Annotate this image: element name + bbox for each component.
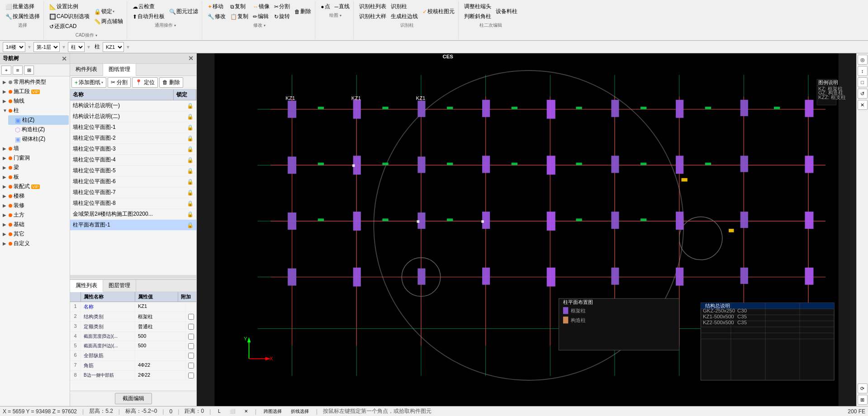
restore-cad-btn[interactable]: ↺还原CAD bbox=[47, 22, 91, 31]
prop-check-7[interactable] bbox=[188, 363, 194, 369]
recognize-detail-btn[interactable]: 识别柱大样 bbox=[357, 12, 388, 21]
tree-item-custom[interactable]: ▶ 自定义 bbox=[1, 239, 69, 248]
tree-item-slab[interactable]: ▶ 板 bbox=[1, 172, 69, 182]
doc-item-6[interactable]: 墙柱定位平面图-4 🔒 bbox=[70, 155, 196, 165]
line-btn[interactable]: ─直线 bbox=[333, 2, 352, 11]
mini-btn-1[interactable]: ◎ bbox=[858, 55, 868, 65]
svg-rect-35 bbox=[547, 100, 555, 119]
floor-select[interactable]: 1#楼 2#楼 bbox=[3, 42, 25, 52]
split-btn[interactable]: ✂ 分割 bbox=[108, 77, 131, 88]
doc-item-3[interactable]: 墙柱定位平面图-1 🔒 bbox=[70, 122, 196, 133]
prop-check-8[interactable] bbox=[188, 373, 194, 378]
doc-panel-close[interactable]: ✕ bbox=[188, 55, 194, 62]
equip-mat-col-btn[interactable]: 设备料柱 bbox=[494, 7, 519, 16]
mini-btn-5[interactable]: ✕ bbox=[858, 100, 868, 110]
doc-scrollbar-h[interactable] bbox=[70, 275, 196, 279]
tab-layer-mgmt[interactable]: 图层管理 bbox=[103, 280, 136, 292]
doc-item-10[interactable]: 墙柱定位平面图-8 🔒 bbox=[70, 198, 196, 209]
auto-upgrade-btn[interactable]: ⬆自动升柱板 bbox=[131, 12, 166, 21]
recognize-list-btn[interactable]: 识别柱列表 bbox=[357, 2, 388, 11]
cad-viewport[interactable]: KZ1 KZ1 KZ1 Y X 结构总说明 GKZ-25 bbox=[197, 53, 856, 406]
doc-item-4[interactable]: 墙柱定位平面图-2 🔒 bbox=[70, 133, 196, 144]
tree-item-col-mz[interactable]: ▣ 砌体柱(Z) bbox=[8, 134, 69, 144]
tab-component-list[interactable]: 构件列表 bbox=[70, 64, 103, 76]
point-btn[interactable]: ●点 bbox=[319, 2, 332, 11]
divide-btn[interactable]: ✂分割 bbox=[272, 2, 292, 11]
doc-item-8[interactable]: 墙柱定位平面图-6 🔒 bbox=[70, 176, 196, 187]
prop-check-5[interactable] bbox=[188, 343, 194, 349]
tree-item-column[interactable]: ▼ 柱 bbox=[1, 106, 69, 115]
tree-item-foundation[interactable]: ▶ 基础 bbox=[1, 220, 69, 229]
del-drawing-btn[interactable]: 🗑 删除 bbox=[159, 77, 183, 88]
mirror-btn[interactable]: ↔镜像 bbox=[251, 2, 271, 11]
mini-btn-3[interactable]: □ bbox=[858, 77, 868, 87]
tab-attr-list[interactable]: 属性列表 bbox=[70, 280, 103, 292]
cloud-check-btn[interactable]: ☁云检查 bbox=[131, 2, 166, 11]
tree-item-earth[interactable]: ▶ 土方 bbox=[1, 210, 69, 220]
prop-check-3[interactable] bbox=[188, 324, 194, 330]
add-drawing-btn[interactable]: + 添加图纸 ▾ bbox=[71, 77, 106, 88]
doc-item-1[interactable]: 结构设计总说明(一) 🔒 bbox=[70, 100, 196, 111]
doc-item-2[interactable]: 结构设计总说明(二) 🔒 bbox=[70, 111, 196, 122]
mode-btn-l[interactable]: L bbox=[216, 408, 223, 415]
cad-recognize-btn[interactable]: 🔲CAD识别选项 bbox=[47, 12, 91, 21]
tree-item-finish[interactable]: ▶ 装修 bbox=[1, 201, 69, 210]
rotate-btn[interactable]: ↻旋转 bbox=[272, 12, 292, 21]
nav-btn-grid[interactable]: ⊞ bbox=[24, 66, 34, 75]
tree-item-stair[interactable]: ▶ 楼梯 bbox=[1, 191, 69, 201]
align-btn[interactable]: 📋复制 bbox=[228, 12, 250, 21]
attr-select-btn[interactable]: 🔧按属性选择 bbox=[4, 12, 42, 21]
tree-item-col-z[interactable]: ▣ 柱(Z) bbox=[8, 115, 69, 125]
edit-btn2[interactable]: ✏编辑 bbox=[251, 12, 271, 21]
check-col-btn[interactable]: ✓校核柱图元 bbox=[421, 7, 456, 16]
mini-btn-fit[interactable]: ⊞ bbox=[858, 395, 868, 405]
locate-btn[interactable]: 📍 定位 bbox=[132, 77, 157, 88]
layer-select[interactable]: 第-1层 第1层 bbox=[33, 42, 60, 52]
tree-item-other[interactable]: ▶ 其它 bbox=[1, 229, 69, 239]
two-point-aux-btn[interactable]: 📏两点辅轴 bbox=[92, 17, 125, 26]
mini-btn-rotate[interactable]: ⟳ bbox=[858, 383, 868, 393]
doc-item-12[interactable]: 柱平面布置图-1 🔒 bbox=[70, 220, 196, 231]
tree-item-axis[interactable]: ▶ 轴线 bbox=[1, 96, 69, 106]
batch-select-btn[interactable]: ⬜批量选择 bbox=[4, 2, 42, 11]
tree-item-common[interactable]: ▶ 常用构件类型 bbox=[1, 77, 69, 87]
set-scale-btn[interactable]: 📐设置比例 bbox=[47, 2, 91, 11]
mini-btn-4[interactable]: ↺ bbox=[858, 89, 868, 99]
judge-bevel-btn[interactable]: 判断斜角柱 bbox=[462, 12, 493, 21]
doc-item-11[interactable]: 金域荣居2#楼结构施工图20200... 🔒 bbox=[70, 209, 196, 220]
prop-check-2[interactable] bbox=[188, 314, 194, 320]
delete-btn[interactable]: 🗑删除 bbox=[293, 7, 313, 16]
cross-select-btn[interactable]: 跨图选择 bbox=[262, 407, 284, 416]
doc-item-9[interactable]: 墙柱定位平面图-7 🔒 bbox=[70, 187, 196, 198]
tab-drawing-mgmt[interactable]: 图纸管理 bbox=[103, 64, 136, 76]
gen-col-edge-btn[interactable]: 生成柱边线 bbox=[389, 12, 420, 21]
nav-btn-plus[interactable]: + bbox=[1, 66, 11, 75]
tree-item-prefab[interactable]: ▶ 装配式 VIP bbox=[1, 182, 69, 191]
move-btn[interactable]: ✦移动 bbox=[206, 2, 228, 11]
element-filter-btn[interactable]: 🔍图元过滤 bbox=[167, 7, 200, 16]
snap-btn2[interactable]: ✕ bbox=[242, 408, 250, 415]
tree-item-wall[interactable]: ▶ 墙 bbox=[1, 144, 69, 153]
tree-item-door[interactable]: ▶ 门窗洞 bbox=[1, 153, 69, 163]
type-select[interactable]: 柱 梁 bbox=[68, 42, 85, 52]
element-name-select[interactable]: KZ1 KZ2 bbox=[103, 42, 124, 52]
doc-item-5[interactable]: 墙柱定位平面图-3 🔒 bbox=[70, 144, 196, 155]
tree-item-beam[interactable]: ▶ 梁 bbox=[1, 163, 69, 172]
nav-close-btn[interactable]: ✕ bbox=[62, 55, 67, 62]
mini-btn-2[interactable]: ↕ bbox=[858, 66, 868, 76]
adjust-col-end-btn[interactable]: 调整柱端头 bbox=[462, 2, 493, 11]
snap-btn[interactable]: ⬜ bbox=[228, 408, 237, 415]
doc-item-7[interactable]: 墙柱定位平面图-5 🔒 bbox=[70, 165, 196, 176]
tree-item-stage[interactable]: ▶ 施工段 VIP bbox=[1, 87, 69, 96]
tree-item-col-gz[interactable]: ⬡ 构造柱(Z) bbox=[8, 125, 69, 134]
recognize-col-btn[interactable]: 识别柱 bbox=[389, 2, 420, 11]
svg-rect-36 bbox=[611, 100, 619, 117]
modify-btn[interactable]: 🔧修改 bbox=[206, 12, 228, 21]
lock-btn[interactable]: 🔒锁定▾ bbox=[92, 7, 125, 16]
prop-check-4[interactable] bbox=[188, 334, 194, 340]
polyline-select-btn[interactable]: 折线选择 bbox=[289, 407, 311, 416]
section-edit-btn[interactable]: 截面编辑 bbox=[115, 393, 152, 404]
nav-btn-list[interactable]: ≡ bbox=[13, 66, 23, 75]
prop-check-6[interactable] bbox=[188, 353, 194, 359]
copy-btn[interactable]: ⧉复制 bbox=[228, 2, 250, 11]
